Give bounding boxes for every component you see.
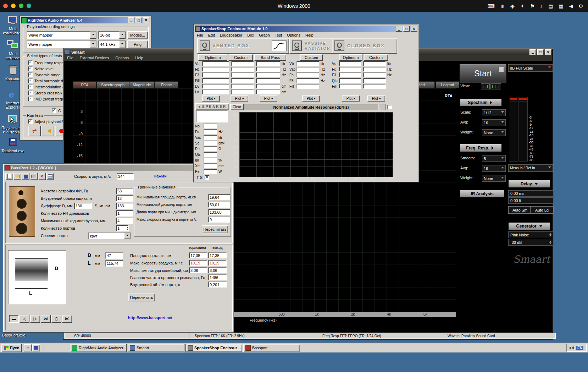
recording-device-select[interactable]: Wave mapper	[27, 40, 97, 48]
closed-optimum-button[interactable]: Optimum	[339, 54, 362, 61]
legend-button[interactable]: Legend	[436, 81, 459, 88]
closed-box-button[interactable]: CLOSED BOX	[332, 38, 397, 54]
closed-custom-plot-button[interactable]: Plot	[367, 95, 385, 102]
clear-button[interactable]: Clear	[230, 104, 244, 110]
minimize-button[interactable]	[529, 49, 536, 55]
closed-optimum-cell[interactable]	[339, 84, 361, 89]
passive-custom-button[interactable]: Custom	[300, 54, 323, 61]
test-type-checkbox[interactable]: Noise level	[28, 66, 65, 71]
start-menu-button[interactable]: Пуск	[1, 344, 22, 352]
port-shape-flared-button[interactable]: ⋉	[62, 315, 72, 323]
passive-custom-cell[interactable]	[296, 67, 319, 72]
vented-optimum-button[interactable]: Optimum	[198, 54, 227, 61]
freq-resp-section-button[interactable]: Freq. Resp.	[460, 144, 502, 152]
press-link[interactable]: Нажми	[154, 174, 167, 178]
diffuser-d-input[interactable]: 130	[74, 203, 92, 209]
vented-custom-plot-button[interactable]: Plot	[231, 95, 248, 102]
test-type-checkbox[interactable]: Stereo crosstalk	[28, 91, 65, 95]
spinner-icon[interactable]	[549, 240, 551, 245]
passive-radiator-button[interactable]: PASSIVE RADIATOR	[289, 38, 334, 54]
start-button[interactable]: Start	[460, 64, 506, 83]
vented-bandpass-cell[interactable]	[256, 89, 280, 94]
spinner-icon[interactable]	[127, 226, 129, 231]
test-type-checkbox[interactable]: Dynamic range	[28, 72, 65, 77]
task-rightmark[interactable]: RightMark Audio Analyzer…	[70, 344, 127, 352]
vented-optimum-cell[interactable]	[202, 72, 229, 77]
checkbox-icon[interactable]	[52, 108, 56, 113]
passive-custom-cell[interactable]	[296, 78, 319, 83]
speed-input[interactable]: 344	[117, 173, 134, 180]
vented-bandpass-plot-button[interactable]: Plot	[260, 95, 277, 102]
vented-bandpass-cell[interactable]	[256, 67, 280, 72]
recalculate2-button[interactable]: Пересчитать	[128, 294, 155, 301]
speaker-param-cell[interactable]	[204, 124, 217, 128]
closed-custom-cell[interactable]	[363, 61, 386, 66]
menu-item[interactable]: Options	[115, 56, 129, 60]
menubar-status-icon[interactable]: ♪	[540, 3, 543, 9]
passive-custom-cell[interactable]	[296, 84, 319, 89]
checkbox-icon[interactable]	[28, 91, 33, 95]
checkbox-icon[interactable]	[28, 72, 33, 77]
port-shape-cone-left-button[interactable]: ◁	[20, 315, 29, 323]
passive-custom-cell[interactable]	[296, 72, 319, 77]
tab-phase[interactable]: Phase	[155, 81, 178, 88]
speaker-panel-header[interactable]: SPEAKER	[195, 103, 229, 110]
vented-bandpass-cell[interactable]	[256, 72, 280, 77]
menubar-status-icon[interactable]: ⊕	[500, 3, 505, 9]
port-shape-slot-button[interactable]: ▯	[51, 315, 61, 323]
input-source-select[interactable]: Meas In / Ref In	[508, 164, 553, 172]
tab-rta[interactable]: RTA	[73, 81, 96, 88]
delay-section-button[interactable]: Delay	[508, 180, 550, 188]
max-airspeed-input[interactable]: 9	[208, 217, 230, 223]
port-shape-double-flare-button[interactable]: ⋈	[41, 315, 51, 323]
test-type-checkbox[interactable]: Frequency respor	[28, 60, 65, 65]
speaker-param-cell[interactable]	[204, 129, 217, 134]
playback-test-button[interactable]	[41, 126, 54, 136]
closed-custom-button[interactable]: Custom	[364, 54, 388, 61]
loopback-test-button[interactable]: ⇄	[28, 126, 41, 136]
start-aux-button[interactable]	[498, 67, 504, 72]
vented-optimum-plot-button[interactable]: Plot	[202, 95, 220, 102]
save-button[interactable]	[22, 173, 29, 180]
vented-bandpass-button[interactable]: Band-Pass	[254, 54, 286, 61]
delay-ft-field[interactable]: 0.00 ft	[508, 197, 554, 204]
vented-custom-cell[interactable]	[231, 78, 254, 83]
vented-optimum-cell[interactable]	[202, 89, 229, 94]
close-button[interactable]	[411, 26, 417, 32]
menu-item[interactable]: Test	[275, 33, 282, 37]
bassport-link[interactable]: http://www.bassport.net	[128, 316, 172, 320]
menubar-status-icon[interactable]: ▦	[559, 3, 563, 9]
vented-bandpass-cell[interactable]	[256, 61, 280, 66]
db-full-scale-select[interactable]: dB Full Scale	[508, 64, 553, 72]
vented-optimum-cell[interactable]	[202, 84, 229, 89]
vented-custom-cell[interactable]	[231, 61, 254, 66]
generator-section-button[interactable]: Generator	[508, 222, 550, 230]
vented-box-button[interactable]: VENTED BOX	[197, 38, 289, 54]
generator-type-field[interactable]: Pink Noise	[508, 231, 554, 238]
vented-custom-button[interactable]: Custom	[229, 54, 253, 61]
auto-lg-button[interactable]: Auto Lg	[530, 206, 554, 214]
port-section-select[interactable]: круг	[88, 232, 131, 239]
menu-item[interactable]: Loudspeaker	[220, 33, 243, 37]
test-type-checkbox[interactable]: Total harmonic di	[28, 78, 65, 83]
menu-item[interactable]: File	[67, 56, 73, 60]
vented-bandpass-cell[interactable]	[256, 84, 280, 89]
checkbox-icon[interactable]	[28, 97, 33, 101]
weight-select[interactable]: None	[482, 129, 506, 136]
vented-optimum-cell[interactable]	[202, 67, 229, 72]
tab-magnitude[interactable]: Magnitude	[129, 81, 155, 88]
speaker-param-cell[interactable]	[204, 158, 217, 163]
graph-checkbox[interactable]	[387, 105, 392, 109]
minimize-button[interactable]	[128, 17, 134, 23]
quick-launch-desktop-button[interactable]	[32, 344, 40, 351]
delay-ms-field[interactable]: 0.00 ms	[508, 190, 554, 197]
spinner-icon[interactable]	[549, 232, 551, 237]
print-button[interactable]	[30, 173, 38, 180]
closed-optimum-cell[interactable]	[339, 67, 361, 72]
amplitude-response-plot[interactable]	[239, 112, 393, 177]
vented-custom-cell[interactable]	[231, 89, 254, 94]
menu-item[interactable]: Edit	[208, 33, 215, 37]
chevron-down-icon[interactable]	[119, 32, 126, 39]
calc-button[interactable]	[46, 173, 54, 180]
close-button[interactable]	[143, 17, 149, 23]
